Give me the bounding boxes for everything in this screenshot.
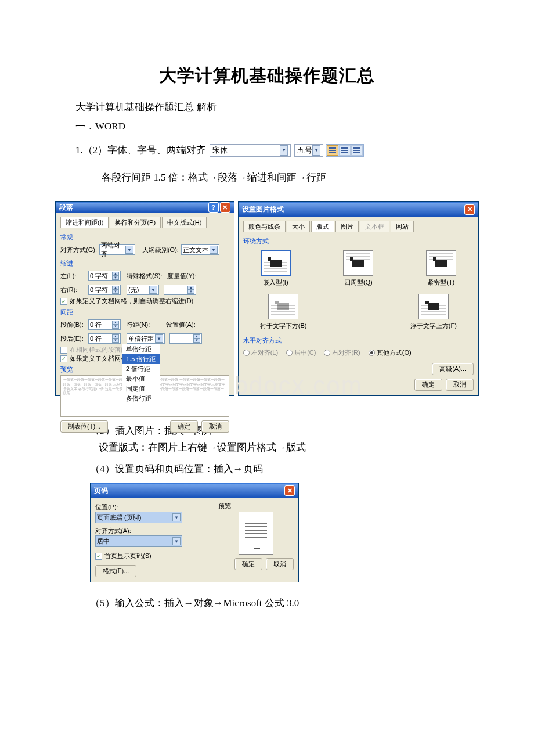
- item-1-text: 1.（2）字体、字号、两端对齐: [75, 143, 206, 157]
- font-family-dropdown[interactable]: 宋体 ▼: [210, 144, 291, 157]
- wrap-square[interactable]: 四周型(Q): [343, 250, 373, 287]
- paragraph-dialog: 段落 ? ✕ 缩进和间距(I) 换行和分页(P) 中文版式(H) 常规 对齐方式…: [55, 201, 234, 396]
- help-icon[interactable]: ?: [208, 202, 219, 213]
- tab-layout[interactable]: 版式: [311, 221, 334, 232]
- dd-item[interactable]: 固定值: [122, 384, 160, 394]
- chk-autogrid[interactable]: ✓如果定义了文档网格，则自动调整右缩进(D): [60, 297, 229, 305]
- align-combo[interactable]: 居中▼: [95, 535, 182, 547]
- tab-textbox[interactable]: 文本框: [360, 221, 389, 232]
- group-indent: 缩进: [60, 259, 229, 268]
- dialog-title: 段落: [59, 203, 73, 213]
- chevron-down-icon[interactable]: ▼: [149, 286, 157, 294]
- right-spinner[interactable]: 0 字符▲▼: [88, 285, 121, 295]
- ok-button[interactable]: 确定: [414, 379, 442, 391]
- tab-cjk[interactable]: 中文版式(H): [162, 217, 207, 228]
- wrap-infront[interactable]: 浮于文字上方(F): [410, 294, 457, 330]
- outline-combo[interactable]: 正文文本▼: [181, 244, 219, 255]
- tab-size[interactable]: 大小: [287, 221, 310, 232]
- advanced-button[interactable]: 高级(A)...: [432, 363, 474, 375]
- preview-label: 预览: [218, 502, 294, 510]
- font-size-dropdown[interactable]: 五号 ▼: [294, 144, 323, 157]
- checkbox-icon: ✓: [60, 355, 67, 362]
- align-label: 对齐方式(A):: [95, 527, 211, 535]
- chevron-down-icon[interactable]: ▼: [210, 246, 218, 254]
- page-preview: [239, 512, 273, 555]
- dialog-title: 页码: [94, 486, 108, 496]
- close-icon[interactable]: ✕: [220, 202, 230, 213]
- align-combo[interactable]: 两端对齐▼: [99, 244, 135, 255]
- linespace-dropdown-list[interactable]: 单倍行距 1.5 倍行距 2 倍行距 最小值 固定值 多倍行距: [122, 344, 160, 404]
- wrap-behind[interactable]: 衬于文字下方(B): [260, 294, 307, 330]
- tab-linebreaks[interactable]: 换行和分页(P): [110, 217, 161, 228]
- linespace-combo[interactable]: 单倍行距▼: [127, 333, 165, 344]
- picture-format-dialog: 设置图片格式 ✕ 颜色与线条 大小 版式 图片 文本框 网站 环绕方式 嵌入型(…: [238, 201, 479, 396]
- radio-other[interactable]: 其他方式(O): [369, 348, 412, 357]
- tab-web[interactable]: 网站: [391, 221, 414, 232]
- chevron-down-icon[interactable]: ▼: [172, 513, 181, 521]
- tab-colors[interactable]: 颜色与线条: [243, 221, 286, 232]
- section-heading: 一．WORD: [75, 120, 479, 133]
- chevron-down-icon[interactable]: ▼: [312, 145, 320, 156]
- linespace-label: 行距(N):: [127, 321, 152, 329]
- dd-item-selected[interactable]: 1.5 倍行距: [122, 354, 160, 364]
- outline-label: 大纲级别(O):: [142, 246, 179, 254]
- item-5-text: （5）输入公式：插入→对象→Microsoft 公式 3.0: [90, 596, 479, 610]
- tab-indent-spacing[interactable]: 缩进和间距(I): [60, 217, 109, 228]
- right-label: 右(R):: [60, 286, 86, 294]
- group-spacing: 间距: [60, 308, 229, 316]
- close-icon[interactable]: ✕: [464, 204, 475, 215]
- dialog-titlebar: 设置图片格式 ✕: [239, 202, 478, 217]
- special-combo[interactable]: (无)▼: [127, 285, 159, 295]
- dd-item[interactable]: 最小值: [122, 374, 160, 384]
- setval-label: 设置值(A):: [166, 321, 196, 329]
- item-3b-text: 设置版式：在图片上右键→设置图片格式→版式: [99, 441, 479, 454]
- cancel-button[interactable]: 取消: [201, 420, 229, 433]
- subtitle: 大学计算机基础操作题汇总 解析: [75, 100, 479, 114]
- dialog-titlebar: 段落 ? ✕: [56, 202, 234, 213]
- wrap-inline[interactable]: 嵌入型(I): [261, 250, 291, 287]
- wrap-section-label: 环绕方式: [243, 237, 474, 246]
- align-label: 对齐方式(G):: [60, 246, 97, 254]
- setval-spinner[interactable]: ▲▼: [169, 333, 202, 344]
- checkbox-icon: ✓: [60, 298, 67, 305]
- align-right-button[interactable]: [351, 145, 363, 156]
- dd-item[interactable]: 2 倍行距: [122, 364, 160, 374]
- dd-item[interactable]: 单倍行距: [122, 344, 160, 354]
- checkbox-icon: ✓: [95, 553, 102, 560]
- after-label: 段后(E):: [60, 334, 86, 343]
- dialog-title: 设置图片格式: [242, 204, 284, 214]
- group-general: 常规: [60, 233, 229, 242]
- font-size-value: 五号: [297, 145, 312, 156]
- close-icon[interactable]: ✕: [284, 485, 295, 496]
- by-spinner[interactable]: ▲▼: [164, 285, 196, 295]
- align-left-button[interactable]: [327, 145, 338, 156]
- left-spinner[interactable]: 0 字符▲▼: [88, 271, 121, 281]
- pos-combo[interactable]: 页面底端 (页脚)▼: [95, 512, 182, 523]
- tab-picture[interactable]: 图片: [335, 221, 359, 232]
- left-label: 左(L):: [60, 272, 86, 280]
- alignment-button-group: [326, 144, 364, 157]
- halign-section-label: 水平对齐方式: [243, 336, 474, 345]
- pos-label: 位置(P):: [95, 503, 211, 512]
- chevron-down-icon[interactable]: ▼: [172, 537, 181, 545]
- before-spinner[interactable]: 0 行▲▼: [88, 319, 121, 330]
- tabstops-button[interactable]: 制表位(T)...: [60, 420, 108, 433]
- ok-button[interactable]: 确定: [234, 558, 262, 570]
- item-1b-text: 各段行间距 1.5 倍：格式→段落→缩进和间距→行距: [102, 171, 479, 184]
- wrap-tight[interactable]: 紧密型(T): [426, 250, 456, 287]
- chevron-down-icon[interactable]: ▼: [280, 145, 288, 156]
- cancel-button[interactable]: 取消: [266, 558, 294, 570]
- cancel-button[interactable]: 取消: [446, 379, 474, 391]
- format-button[interactable]: 格式(F)...: [95, 565, 136, 577]
- align-center-button[interactable]: [339, 145, 351, 156]
- ok-button[interactable]: 确定: [170, 420, 198, 433]
- chevron-down-icon[interactable]: ▼: [155, 334, 163, 343]
- chk-first-page[interactable]: ✓首页显示页码(S): [95, 552, 151, 560]
- chevron-down-icon[interactable]: ▼: [125, 246, 134, 254]
- radio-center[interactable]: 居中(C): [286, 348, 316, 357]
- dd-item[interactable]: 多倍行距: [122, 394, 160, 404]
- after-spinner[interactable]: 0 行▲▼: [88, 333, 121, 344]
- radio-right[interactable]: 右对齐(R): [324, 348, 360, 357]
- radio-left[interactable]: 左对齐(L): [243, 348, 278, 357]
- dialog-tabs: 缩进和间距(I) 换行和分页(P) 中文版式(H): [60, 216, 229, 228]
